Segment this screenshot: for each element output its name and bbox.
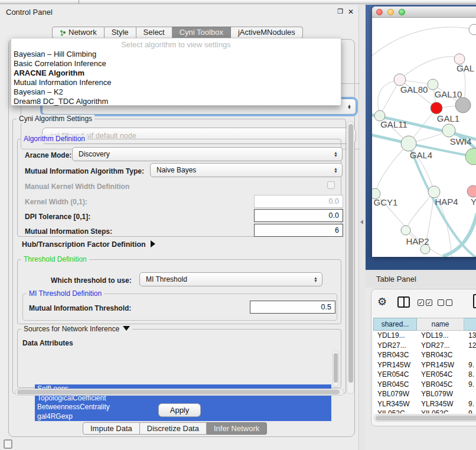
- table-cell: YIL052C: [417, 409, 464, 413]
- mi-threshold-label: Mutual Information Threshold:: [29, 304, 131, 312]
- popup-item[interactable]: Basic Correlation Inference: [14, 59, 338, 69]
- zoom-traffic-light-icon[interactable]: [399, 9, 405, 15]
- sources-title[interactable]: Sources for Network Inference: [21, 325, 132, 333]
- restore-panel-icon[interactable]: [4, 439, 12, 449]
- network-node-hap2[interactable]: [401, 226, 410, 235]
- select-all-checkboxes-icon[interactable]: ✓✓: [418, 299, 432, 306]
- network-edge[interactable]: [406, 192, 434, 230]
- table-row[interactable]: YIL052CYIL052C9: [373, 409, 476, 413]
- table-row[interactable]: YBR043CYBR043C: [373, 350, 476, 360]
- network-node-gal80[interactable]: [394, 74, 406, 86]
- network-canvas[interactable]: GALGAL80GAL10GAL1GAL11SWI4GAL4GCY1HAP4YH…: [372, 18, 476, 257]
- network-node-label: GAL1: [437, 113, 459, 123]
- table-cell: YBR045C: [373, 380, 417, 390]
- network-edge-highlighted[interactable]: [443, 213, 476, 256]
- tab-style[interactable]: Style: [105, 27, 136, 38]
- tab-cyni-toolbox[interactable]: Cyni Toolbox: [172, 27, 231, 38]
- node-table: shared...name YDL19...YDL19...13YDR27...…: [373, 318, 476, 413]
- tab-label: Cyni Toolbox: [180, 27, 223, 38]
- algorithm-select-popup: Select algorithm to view settings Bayesi…: [11, 38, 341, 106]
- deselect-all-checkboxes-icon[interactable]: [438, 299, 452, 306]
- export-table-icon[interactable]: [473, 294, 476, 308]
- tab-discretize-data[interactable]: Discretize Data: [140, 422, 207, 435]
- combo-stepper-icon: ▲▼: [347, 104, 351, 109]
- which-threshold-combobox[interactable]: MI Threshold ▲▼: [139, 272, 322, 286]
- hub-definition-toggle[interactable]: Hub/Transcription Factor Definition: [22, 240, 155, 249]
- popup-item[interactable]: Mutual Information Inference: [14, 78, 338, 87]
- popup-item[interactable]: Bayesian – K2: [14, 87, 338, 97]
- network-edge[interactable]: [400, 57, 459, 80]
- table-row[interactable]: YLR345WYLR345W9.: [373, 399, 476, 409]
- panel-divider[interactable]: [360, 5, 366, 450]
- float-window-icon[interactable]: ❐: [337, 8, 343, 15]
- gear-icon[interactable]: ⚙: [377, 295, 387, 308]
- close-traffic-light-icon[interactable]: [376, 9, 383, 15]
- settings-vertical-scrollbar[interactable]: [347, 121, 354, 394]
- panel-title: Control Panel: [6, 8, 53, 17]
- network-edge[interactable]: [375, 144, 409, 194]
- network-view-window[interactable]: GALGAL80GAL10GAL1GAL11SWI4GAL4GCY1HAP4YH…: [372, 6, 476, 257]
- column-header[interactable]: shared...: [373, 318, 417, 331]
- network-node[interactable]: [455, 97, 471, 113]
- network-node[interactable]: [465, 148, 476, 165]
- table-cell: YPR145W: [373, 360, 417, 370]
- table-row[interactable]: YBL079WYBL079W: [373, 389, 476, 399]
- popup-item-list: Bayesian – Hill ClimbingBasic Correlatio…: [14, 50, 338, 106]
- attribute-list-scrollbar[interactable]: [332, 350, 339, 387]
- aracne-mode-combobox[interactable]: Discovery ▲▼: [72, 147, 343, 161]
- network-node-hap4[interactable]: [428, 186, 440, 198]
- close-icon[interactable]: ✕: [348, 8, 354, 16]
- splitter-collapse-icon[interactable]: [360, 220, 363, 224]
- column-header[interactable]: [464, 318, 476, 331]
- tab-label: Impute Data: [90, 423, 132, 434]
- network-node-y[interactable]: [467, 185, 476, 197]
- network-node-swi4[interactable]: [442, 124, 455, 137]
- table-row[interactable]: YPR145WYPR145W9.: [373, 360, 476, 370]
- tab-jactivemnodules[interactable]: jActiveMNodules: [231, 27, 303, 38]
- data-attributes-label: Data Attributes: [22, 339, 73, 347]
- tab-infer-network[interactable]: Infer Network: [207, 422, 267, 435]
- table-horizontal-scrollbar[interactable]: [374, 415, 476, 422]
- mi-steps-input[interactable]: 6: [254, 224, 343, 237]
- table-cell: YLR345W: [373, 399, 417, 409]
- mi-algorithm-type-combobox[interactable]: Naive Bayes ▲▼: [150, 163, 343, 177]
- settings-horizontal-scrollbar[interactable]: [15, 389, 344, 396]
- popup-item[interactable]: Bayesian – Hill Climbing: [14, 50, 338, 59]
- combo-stepper-icon: ▲▼: [334, 168, 338, 173]
- manual-kernel-checkbox[interactable]: [327, 181, 335, 189]
- table-row[interactable]: YER054CYER054C8.: [373, 370, 476, 380]
- minimize-traffic-light-icon[interactable]: [387, 9, 394, 15]
- which-threshold-value: MI Threshold: [146, 275, 187, 283]
- table-cell: YDL19...: [373, 331, 417, 341]
- algorithm-definition-title: Algorithm Definition: [21, 135, 87, 143]
- tab-impute-data[interactable]: Impute Data: [83, 422, 140, 435]
- tab-select[interactable]: Select: [136, 27, 172, 38]
- mi-threshold-input[interactable]: 0.5: [250, 301, 335, 314]
- tab-label: Network: [69, 27, 97, 38]
- sources-groupbox: Sources for Network Inference Data Attri…: [17, 329, 341, 388]
- table-panel: ⚙ ✓✓ shared...name YDL19...YDL19...13YDR…: [371, 289, 476, 426]
- tab-label: Style: [112, 27, 129, 38]
- column-header[interactable]: name: [417, 318, 464, 331]
- table-cell: YIL052C: [373, 409, 417, 413]
- dpi-tolerance-input[interactable]: 0.0: [254, 209, 343, 222]
- kernel-width-input[interactable]: 0.0: [254, 195, 343, 208]
- network-node[interactable]: [469, 24, 476, 35]
- tab-network[interactable]: Network: [52, 27, 105, 38]
- network-window-titlebar[interactable]: [372, 6, 476, 18]
- network-node-gal1[interactable]: [431, 102, 442, 114]
- table-row[interactable]: YDR27...YDR27...12: [373, 341, 476, 351]
- table-row[interactable]: YDL19...YDL19...13: [373, 331, 476, 341]
- network-node-gal4[interactable]: [401, 136, 416, 151]
- network-node-gal10[interactable]: [428, 79, 438, 90]
- column-layout-icon[interactable]: [397, 296, 410, 308]
- apply-button[interactable]: Apply: [158, 403, 201, 417]
- top-tab-bar: NetworkStyleSelectCyni ToolboxjActiveMNo…: [52, 27, 303, 38]
- popup-item[interactable]: ARACNE Algorithm: [14, 69, 338, 78]
- table-cell: 9: [464, 409, 476, 413]
- popup-item[interactable]: Dream8 DC_TDC Algorithm: [14, 97, 338, 106]
- network-node[interactable]: [420, 244, 430, 254]
- table-row[interactable]: YBR045CYBR045C9.: [373, 380, 476, 390]
- network-node-label: GAL80: [400, 84, 428, 94]
- combo-stepper-icon: ▲▼: [314, 277, 318, 282]
